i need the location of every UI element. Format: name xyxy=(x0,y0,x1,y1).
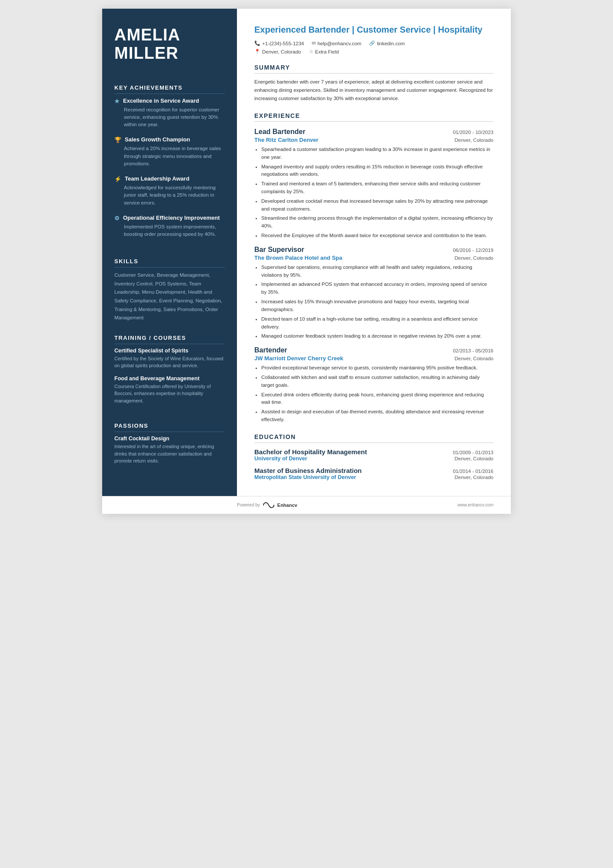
job-3-bullets: Provided exceptional beverage service to… xyxy=(254,364,493,424)
job-2-location: Denver, Colorado xyxy=(455,255,494,261)
edu-1-degree: Bachelor of Hospitality Management xyxy=(254,448,367,456)
location-icon: 📍 xyxy=(254,49,260,54)
linkedin-contact: 🔗 linkedin.com xyxy=(369,40,405,46)
job-1: Lead Bartender 01/2020 - 10/2023 The Rit… xyxy=(254,128,493,240)
job-2-dates: 06/2016 - 12/2019 xyxy=(453,248,493,253)
achievement-1-desc: Received recognition for superior custom… xyxy=(114,106,225,129)
lightning-icon: ⚡ xyxy=(114,176,121,182)
job-3-dates: 02/2013 - 05/2016 xyxy=(453,348,493,353)
training-section: TRAINING / COURSES Certified Specialist … xyxy=(114,335,225,411)
training-2: Food and Beverage Management Coursera Ce… xyxy=(114,375,225,405)
edu-2-location: Denver, Colorado xyxy=(455,475,494,480)
achievements-title: KEY ACHIEVEMENTS xyxy=(114,84,225,94)
achievements-section: KEY ACHIEVEMENTS ★ Excellence in Service… xyxy=(114,84,225,246)
list-item: Spearheaded a customer satisfaction prog… xyxy=(261,146,493,161)
passion-1: Craft Cocktail Design Interested in the … xyxy=(114,436,225,465)
job-1-location: Denver, Colorado xyxy=(455,137,494,143)
footer-powered-by: Powered by Enhancv xyxy=(237,502,297,509)
edu-2: Master of Business Administration 01/201… xyxy=(254,467,493,480)
achievement-3-desc: Acknowledged for successfully mentoring … xyxy=(114,184,225,207)
job-2: Bar Supervisor 06/2016 - 12/2019 The Bro… xyxy=(254,246,493,340)
star-outline-icon: ☆ xyxy=(309,49,313,54)
email-icon: ✉ xyxy=(312,40,316,46)
list-item: Received the Employee of the Month award… xyxy=(261,232,493,240)
contact-row-1: 📞 +1-(234)-555-1234 ✉ help@enhancv.com 🔗… xyxy=(254,40,493,46)
list-item: Increased sales by 15% through innovativ… xyxy=(261,298,493,314)
list-item: Assisted in design and execution of bar-… xyxy=(261,408,493,424)
skills-text: Customer Service, Beverage Management, I… xyxy=(114,271,225,322)
passion-1-title: Craft Cocktail Design xyxy=(114,436,225,442)
list-item: Managed inventory and supply orders resu… xyxy=(261,163,493,179)
achievement-4: ⚙ Operational Efficiency Improvement Imp… xyxy=(114,214,225,238)
edu-1: Bachelor of Hospitality Management 01/20… xyxy=(254,448,493,462)
email-contact: ✉ help@enhancv.com xyxy=(312,40,361,46)
experience-section-title: EXPERIENCE xyxy=(254,112,493,122)
edu-2-school: Metropolitan State University of Denver xyxy=(254,474,356,480)
job-3-company: JW Marriott Denver Cherry Creek xyxy=(254,355,343,362)
job-3: Bartender 02/2013 - 05/2016 JW Marriott … xyxy=(254,346,493,424)
footer-url: www.enhancv.com xyxy=(457,503,493,507)
job-3-title: Bartender xyxy=(254,346,287,354)
edu-1-dates: 01/2009 - 01/2013 xyxy=(453,450,493,455)
gear-icon: ⚙ xyxy=(114,215,120,221)
job-2-title: Bar Supervisor xyxy=(254,246,304,254)
list-item: Collaborated with kitchen and wait staff… xyxy=(261,374,493,389)
star-icon: ★ xyxy=(114,98,120,104)
edu-1-school: University of Denver xyxy=(254,456,307,462)
resume-footer: Powered by Enhancv www.enhancv.com xyxy=(102,496,511,514)
list-item: Streamlined the ordering process through… xyxy=(261,214,493,230)
job-1-bullets: Spearheaded a customer satisfaction prog… xyxy=(254,146,493,240)
extra-contact: ☆ Extra Field xyxy=(309,49,339,54)
training-title: TRAINING / COURSES xyxy=(114,335,225,344)
sidebar: AMELIA MILLER KEY ACHIEVEMENTS ★ Excelle… xyxy=(102,9,237,496)
main-content: Experienced Bartender | Customer Service… xyxy=(237,9,511,496)
summary-text: Energetic bartender with over 7 years of… xyxy=(254,78,493,103)
job-1-dates: 01/2020 - 10/2023 xyxy=(453,130,493,135)
job-3-location: Denver, Colorado xyxy=(455,356,494,361)
training-2-desc: Coursera Certification offered by Univer… xyxy=(114,383,225,405)
list-item: Supervised bar operations, ensuring comp… xyxy=(261,264,493,279)
achievement-2: 🏆 Sales Growth Champion Achieved a 20% i… xyxy=(114,136,225,168)
achievement-3: ⚡ Team Leadership Award Acknowledged for… xyxy=(114,175,225,207)
achievement-3-title: Team Leadership Award xyxy=(125,175,190,182)
contact-row-2: 📍 Denver, Colorado ☆ Extra Field xyxy=(254,49,493,54)
edu-2-dates: 01/2014 - 01/2016 xyxy=(453,469,493,474)
phone-icon: 📞 xyxy=(254,40,260,46)
achievement-2-title: Sales Growth Champion xyxy=(125,136,190,143)
achievement-1-title: Excellence in Service Award xyxy=(123,97,199,104)
list-item: Directed team of 10 staff in a high-volu… xyxy=(261,315,493,331)
achievement-4-desc: Implemented POS system improvements, boo… xyxy=(114,223,225,238)
location-contact: 📍 Denver, Colorado xyxy=(254,49,301,54)
phone-contact: 📞 +1-(234)-555-1234 xyxy=(254,40,304,46)
job-1-title: Lead Bartender xyxy=(254,128,305,136)
skills-title: SKILLS xyxy=(114,258,225,268)
candidate-name: AMELIA MILLER xyxy=(114,26,225,63)
education-section-title: EDUCATION xyxy=(254,433,493,443)
list-item: Trained and mentored a team of 5 bartend… xyxy=(261,180,493,196)
list-item: Provided exceptional beverage service to… xyxy=(261,364,493,372)
passions-section: PASSIONS Craft Cocktail Design Intereste… xyxy=(114,422,225,471)
footer-logo-text: Enhancv xyxy=(277,503,297,508)
main-headline: Experienced Bartender | Customer Service… xyxy=(254,24,493,35)
edu-2-degree: Master of Business Administration xyxy=(254,467,362,474)
linkedin-icon: 🔗 xyxy=(369,40,375,46)
achievement-1: ★ Excellence in Service Award Received r… xyxy=(114,97,225,129)
enhancv-logo-icon xyxy=(263,502,275,509)
passion-1-desc: Interested in the art of creating unique… xyxy=(114,443,225,465)
list-item: Implemented an advanced POS system that … xyxy=(261,281,493,296)
trophy-icon: 🏆 xyxy=(114,137,121,143)
training-1: Certified Specialist of Spirits Certifie… xyxy=(114,348,225,369)
achievement-4-title: Operational Efficiency Improvement xyxy=(123,214,220,221)
list-item: Managed customer feedback system leading… xyxy=(261,332,493,340)
job-1-company: The Ritz Carlton Denver xyxy=(254,137,318,143)
training-1-desc: Certified by the Society of Wine Educato… xyxy=(114,355,225,369)
resume-body: AMELIA MILLER KEY ACHIEVEMENTS ★ Excelle… xyxy=(102,9,511,496)
summary-section-title: SUMMARY xyxy=(254,64,493,74)
list-item: Executed drink orders efficiently during… xyxy=(261,391,493,407)
list-item: Developed creative cocktail menus that i… xyxy=(261,198,493,213)
skills-section: SKILLS Customer Service, Beverage Manage… xyxy=(114,258,225,322)
job-2-company: The Brown Palace Hotel and Spa xyxy=(254,255,342,261)
job-2-bullets: Supervised bar operations, ensuring comp… xyxy=(254,264,493,340)
edu-1-location: Denver, Colorado xyxy=(455,456,494,461)
achievement-2-desc: Achieved a 20% increase in beverage sale… xyxy=(114,145,225,168)
